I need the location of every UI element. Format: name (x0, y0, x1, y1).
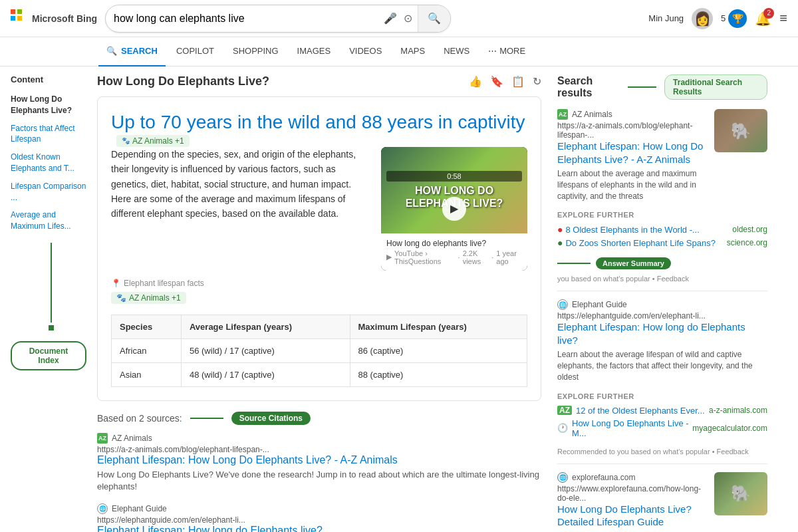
maximum-african: 86 (captive) (350, 338, 527, 362)
notification-icon[interactable]: 🔔 2 (755, 11, 771, 27)
center-content: How Long Do Elephants Live? 👍 🔖 📋 ↻ Up t… (86, 74, 552, 532)
explore-link-1-2[interactable]: ● Do Zoos Shorten Elephant Life Spans? (557, 237, 716, 248)
nav-maps[interactable]: MAPS (392, 37, 433, 66)
sidebar-title: Content (11, 74, 86, 84)
explore-further-2: EXPLORE FURTHER AZ 12 of the Oldest Elep… (557, 392, 767, 440)
microphone-icon[interactable]: 🎤 (384, 12, 397, 25)
reward-count: 5 (721, 13, 726, 23)
explore-domain-2-1: a-z-animals.com (709, 406, 767, 415)
explore-item-1-2: ● Do Zoos Shorten Elephant Life Spans? s… (557, 236, 767, 249)
table-header-maximum: Maximum Lifespan (years) (350, 315, 527, 338)
citation-item-1: AZ AZ Animals https://a-z-animals.com/bl… (97, 433, 541, 493)
copy-icon[interactable]: 📋 (511, 75, 525, 88)
right-title-line (628, 86, 656, 88)
citation-link-2[interactable]: Elephant Lifespan: How long do Elephants… (97, 525, 541, 532)
citations-line (190, 418, 223, 419)
reward-container: 5 🏆 (721, 9, 747, 28)
bing-logo-icon (11, 9, 29, 28)
divider-2 (557, 464, 767, 464)
explore-link-2-2[interactable]: 🕐 How Long Do Elephants Live - M... (557, 418, 692, 438)
nav-shopping-label: SHOPPING (233, 46, 279, 56)
nav-images-label: IMAGES (297, 46, 331, 56)
search-result-1: AZ AZ Animals https://a-z-animals.com/bl… (557, 109, 767, 201)
citation-link-1[interactable]: Elephant Lifespan: How Long Do Elephants… (97, 454, 541, 466)
citation-source-1: AZ AZ Animals (97, 433, 541, 444)
citations-label: Based on 2 sources: (97, 413, 182, 424)
answer-video[interactable]: 0:58 HOW LONG DO ELEPHANTS LIVE? ▶ How l… (381, 147, 527, 271)
result-url-3: https://www.explorefauna.com/how-long-do… (557, 484, 708, 503)
more-dots-icon: ⋯ (488, 46, 497, 56)
citation-item-2: 🌐 Elephant Guide https://elephantguide.c… (97, 503, 541, 532)
search-result-2: 🌐 Elephant Guide https://elephantguide.c… (557, 299, 767, 382)
sidebar-item-factors[interactable]: Factors that Affect Lifespan (11, 120, 86, 148)
result-info-3: 🌐 explorefauna.com https://www.explorefa… (557, 472, 708, 532)
bullet-icon-1-1: ● (557, 224, 563, 235)
nav-maps-label: MAPS (400, 46, 425, 56)
nav-videos[interactable]: VIDEOS (341, 37, 390, 66)
answer-summary-line (557, 263, 591, 264)
explore-link-2-1[interactable]: AZ 12 of the Oldest Elephants Ever... (557, 406, 705, 416)
bookmark-icon[interactable]: 🔖 (490, 75, 503, 88)
nav-search-label: SEARCH (121, 46, 158, 56)
result-link-1[interactable]: Elephant Lifespan: How Long Do Elephants… (557, 140, 708, 166)
reward-icon[interactable]: 🏆 (728, 9, 747, 28)
svg-rect-2 (11, 16, 15, 21)
answer-source-bottom: 📍 Elephant lifespan facts (111, 279, 527, 288)
search-button[interactable]: 🔍 (418, 5, 450, 32)
table-header-species: Species (112, 315, 182, 338)
answer-box: Up to 70 years in the wild and 88 years … (97, 96, 541, 401)
svg-rect-0 (11, 9, 15, 14)
globe-icon-2: 🌐 (97, 503, 108, 514)
sidebar-item-average[interactable]: Average and Maximum Lifes... (11, 207, 86, 235)
content-title: How Long Do Elephants Live? (97, 74, 269, 88)
hamburger-menu[interactable]: ≡ (779, 11, 787, 26)
svg-rect-1 (17, 9, 22, 14)
search-bar[interactable]: 🎤 ⊙ 🔍 (105, 5, 451, 33)
nav-search[interactable]: 🔍 SEARCH (98, 37, 166, 66)
sidebar-item-comparison[interactable]: Lifespan Comparison ... (11, 178, 86, 206)
navigation: 🔍 SEARCH COPILOT SHOPPING IMAGES VIDEOS … (0, 37, 798, 66)
search-input[interactable] (114, 13, 384, 25)
citation-snippet-1: How Long Do Elephants Live? We've done t… (97, 469, 541, 493)
notification-badge: 2 (763, 8, 774, 19)
user-avatar[interactable]: 👩 (692, 8, 713, 29)
answer-source-tag-bottom[interactable]: 🐾 AZ Animals +1 (111, 292, 527, 304)
result-source-3: 🌐 explorefauna.com (557, 472, 708, 483)
sidebar-item-how-long[interactable]: How Long Do Elephants Live? (11, 91, 86, 119)
result-favicon-1: AZ (557, 109, 568, 120)
result-thumb-3: 🐘 (714, 472, 767, 515)
explore-item-2-1: AZ 12 of the Oldest Elephants Ever... a-… (557, 404, 767, 417)
nav-news[interactable]: NEWS (436, 37, 477, 66)
result-link-3[interactable]: How Long Do Elephants Live? Detailed Lif… (557, 503, 708, 529)
nav-copilot[interactable]: COPILOT (168, 37, 222, 66)
result-source-1: AZ AZ Animals (557, 109, 708, 120)
share-icon[interactable]: ↻ (533, 75, 541, 88)
table-row: Asian 48 (wild) / 17 (captive) 88 (capti… (112, 362, 527, 386)
bing-logo: Microsoft Bing (11, 9, 97, 28)
answer-headline: Up to 70 years in the wild and 88 years … (111, 110, 527, 147)
explore-link-1-1[interactable]: ● 8 Oldest Elephants in the World -... (557, 224, 700, 235)
answer-text: Depending on the species, sex, and origi… (111, 147, 370, 271)
nav-shopping[interactable]: SHOPPING (225, 37, 287, 66)
explore-title-2: EXPLORE FURTHER (557, 392, 767, 400)
table-header-average: Average Lifespan (years) (181, 315, 350, 338)
result-link-2[interactable]: Elephant Lifespan: How long do Elephants… (557, 321, 767, 346)
traditional-badge: Traditional Search Results (664, 74, 767, 100)
video-play-button[interactable]: ▶ (442, 197, 466, 221)
bullet-az-icon: AZ (557, 406, 572, 415)
species-african: African (112, 338, 182, 362)
answer-body: Depending on the species, sex, and origi… (111, 147, 527, 271)
source-tag[interactable]: 🐾 AZ Animals +1 (116, 135, 190, 147)
camera-icon[interactable]: ⊙ (404, 12, 412, 25)
nav-images[interactable]: IMAGES (289, 37, 339, 66)
table-row: African 56 (wild) / 17 (captive) 86 (cap… (112, 338, 527, 362)
nav-more[interactable]: ⋯ MORE (480, 37, 533, 66)
explore-item-1-1: ● 8 Oldest Elephants in the World -... o… (557, 223, 767, 236)
nav-copilot-label: COPILOT (176, 46, 214, 56)
user-name: Min Jung (648, 13, 684, 23)
sidebar-item-oldest[interactable]: Oldest Known Elephants and T... (11, 149, 86, 177)
main-layout: Content How Long Do Elephants Live? Fact… (0, 66, 798, 532)
document-index-button[interactable]: Document Index (11, 341, 86, 370)
explore-domain-2-2: myagecalculator.com (692, 424, 767, 433)
thumbsup-icon[interactable]: 👍 (469, 75, 482, 88)
